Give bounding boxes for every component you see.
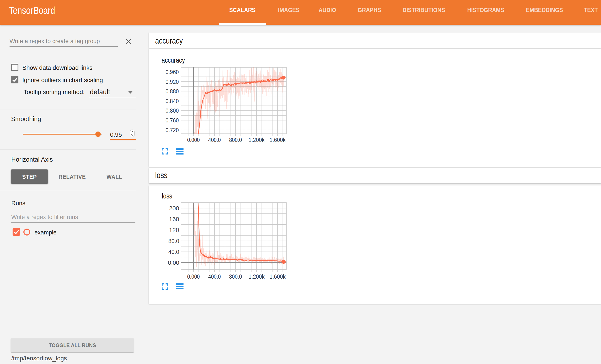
- svg-text:0.760: 0.760: [166, 117, 179, 124]
- svg-text:0.920: 0.920: [166, 79, 179, 85]
- svg-text:1.200k: 1.200k: [249, 273, 265, 280]
- svg-text:800.0: 800.0: [229, 273, 242, 280]
- svg-text:80.0: 80.0: [168, 238, 179, 244]
- svg-text:1.600k: 1.600k: [270, 273, 286, 280]
- svg-text:0.880: 0.880: [166, 88, 179, 95]
- svg-text:1.200k: 1.200k: [249, 137, 265, 143]
- svg-text:400.0: 400.0: [208, 137, 221, 143]
- svg-text:0.00: 0.00: [168, 260, 179, 266]
- svg-text:0.000: 0.000: [187, 137, 200, 143]
- svg-text:800.0: 800.0: [229, 137, 242, 143]
- svg-text:0.000: 0.000: [187, 273, 200, 280]
- svg-text:200: 200: [169, 205, 179, 212]
- svg-text:0.960: 0.960: [166, 69, 179, 75]
- svg-text:1.600k: 1.600k: [270, 137, 286, 143]
- svg-text:0.720: 0.720: [166, 127, 179, 133]
- svg-text:160: 160: [169, 216, 179, 222]
- svg-text:0.800: 0.800: [166, 107, 179, 114]
- svg-text:400.0: 400.0: [208, 273, 221, 280]
- svg-text:40.0: 40.0: [168, 249, 179, 255]
- svg-text:0.840: 0.840: [166, 98, 179, 104]
- svg-text:120: 120: [169, 227, 179, 233]
